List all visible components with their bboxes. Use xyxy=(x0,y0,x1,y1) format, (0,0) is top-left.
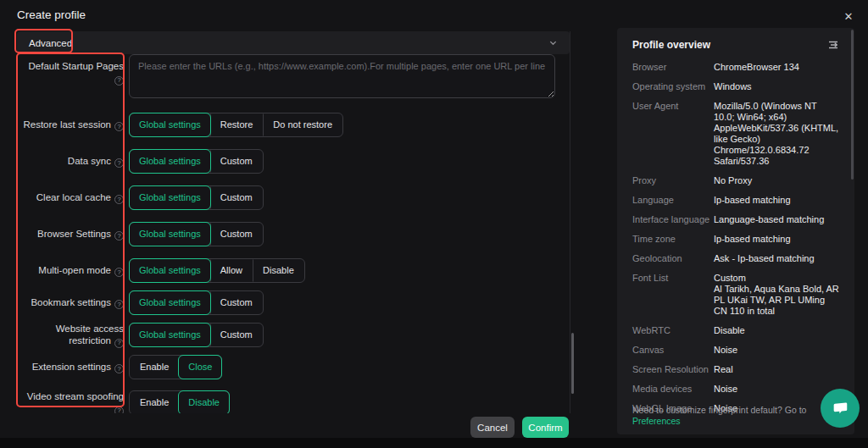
option-custom[interactable]: Custom xyxy=(210,186,263,209)
panel-title: Profile overview xyxy=(632,39,710,51)
overview-value: Windows xyxy=(714,81,839,92)
option-global-settings[interactable]: Global settings xyxy=(129,323,211,347)
overview-value: CustomAl Tarikh, Aqua Kana Bold, AR PL U… xyxy=(714,273,839,317)
option-disable[interactable]: Disable xyxy=(253,259,304,282)
overview-row: Media devices Noise xyxy=(632,384,839,395)
chevron-down-icon xyxy=(548,38,558,47)
help-icon[interactable]: ? xyxy=(114,300,124,309)
overview-value: Noise xyxy=(714,345,839,356)
overview-label: WebRTC xyxy=(632,325,714,336)
panel-scrollbar-thumb[interactable] xyxy=(851,30,854,180)
option-enable[interactable]: Enable xyxy=(130,356,179,379)
option-close[interactable]: Close xyxy=(178,355,222,379)
website-access-restriction-options: Global settings Custom xyxy=(129,323,264,347)
help-icon[interactable]: ? xyxy=(114,231,124,241)
overview-label: Font List xyxy=(632,273,714,317)
overview-label: Media devices xyxy=(632,384,714,395)
field-label: Data sync? xyxy=(17,155,124,169)
help-icon[interactable]: ? xyxy=(114,364,124,373)
form-scrollbar-thumb[interactable] xyxy=(571,333,574,394)
advanced-form: Default Startup Pages? Restore last sess… xyxy=(17,54,570,413)
option-allow[interactable]: Allow xyxy=(210,259,253,282)
option-restore[interactable]: Restore xyxy=(210,113,264,136)
overview-label: Screen Resolution xyxy=(632,364,714,375)
overview-row: User Agent Mozilla/5.0 (Windows NT 10.0;… xyxy=(632,101,839,167)
overview-row: Geolocation Ask - Ip-based matching xyxy=(632,253,839,264)
option-global-settings[interactable]: Global settings xyxy=(129,185,211,210)
overview-label: Browser xyxy=(632,62,714,73)
option-global-settings[interactable]: Global settings xyxy=(129,149,211,174)
overview-label: Language xyxy=(632,195,714,206)
overview-label: Interface language xyxy=(632,214,714,225)
option-enable[interactable]: Enable xyxy=(130,391,179,413)
overview-label: Operating system xyxy=(632,81,714,92)
field-label: Website access restriction? xyxy=(17,323,124,348)
form-row: Multi-open mode? Global settings Allow D… xyxy=(17,258,570,283)
help-icon[interactable]: ? xyxy=(114,76,124,86)
option-global-settings[interactable]: Global settings xyxy=(129,290,211,315)
overview-value: Ask - Ip-based matching xyxy=(714,253,839,264)
help-icon[interactable]: ? xyxy=(114,158,124,168)
overview-row: Proxy No Proxy xyxy=(632,175,839,186)
field-label: Clear local cache? xyxy=(17,191,124,205)
form-scroll-track xyxy=(570,31,570,413)
fingerprint-note: Need to customize fingerprint default? G… xyxy=(632,405,844,427)
overview-row: WebRTC Disable xyxy=(632,325,839,336)
form-row: Video stream spoofing? Enable Disable xyxy=(17,390,570,413)
field-label: Extension settings? xyxy=(17,361,124,374)
overview-row: Operating system Windows xyxy=(632,81,839,92)
help-icon[interactable]: ? xyxy=(114,339,124,348)
option-custom[interactable]: Custom xyxy=(210,324,263,346)
option-disable[interactable]: Disable xyxy=(178,390,230,413)
extension-settings-options: Enable Close xyxy=(129,355,222,379)
overview-row: Browser ChromeBrowser 134 xyxy=(632,62,839,73)
overview-label: Canvas xyxy=(632,345,714,356)
option-custom[interactable]: Custom xyxy=(210,223,263,246)
chat-fab-button[interactable] xyxy=(821,389,860,428)
field-label: Multi-open mode? xyxy=(17,264,124,278)
overview-row: Time zone Ip-based matching xyxy=(632,234,839,245)
multi-open-mode-options: Global settings Allow Disable xyxy=(129,258,305,283)
profile-overview-panel: Profile overview Browser ChromeBrowser 1… xyxy=(617,28,854,434)
video-stream-spoofing-options: Enable Disable xyxy=(129,390,230,413)
form-row: Bookmark settings? Global settings Custo… xyxy=(17,290,570,315)
help-icon[interactable]: ? xyxy=(114,122,124,131)
advanced-section-label: Advanced xyxy=(29,38,72,48)
option-custom[interactable]: Custom xyxy=(210,150,263,173)
field-label: Restore last session? xyxy=(17,119,124,132)
close-icon[interactable]: ✕ xyxy=(839,7,858,25)
clear-local-cache-options: Global settings Custom xyxy=(129,185,264,210)
option-global-settings[interactable]: Global settings xyxy=(129,258,211,283)
field-label: Browser Settings? xyxy=(17,228,124,241)
field-label: Video stream spoofing? xyxy=(17,390,124,413)
overview-label: Geolocation xyxy=(632,253,714,264)
overview-row: Screen Resolution Real xyxy=(632,364,839,375)
page-title: Create profile xyxy=(17,8,86,21)
preferences-link[interactable]: Preferences xyxy=(632,416,681,426)
form-row: Data sync? Global settings Custom xyxy=(17,149,570,174)
overview-row: Font List CustomAl Tarikh, Aqua Kana Bol… xyxy=(632,273,839,317)
field-label: Bookmark settings? xyxy=(17,296,124,310)
startup-pages-input[interactable] xyxy=(129,54,555,98)
advanced-section-header[interactable]: Advanced xyxy=(17,31,570,54)
collapse-panel-icon[interactable] xyxy=(827,39,839,51)
help-icon[interactable]: ? xyxy=(114,195,124,204)
option-custom[interactable]: Custom xyxy=(210,291,263,314)
confirm-button[interactable]: Confirm xyxy=(522,417,569,438)
option-do-not-restore[interactable]: Do not restore xyxy=(263,113,342,136)
overview-row: Interface language Language-based matchi… xyxy=(632,214,839,225)
overview-label: User Agent xyxy=(632,101,714,167)
overview-row: Language Ip-based matching xyxy=(632,195,839,206)
overview-label: Time zone xyxy=(632,234,714,245)
form-row: Extension settings? Enable Close xyxy=(17,355,570,379)
help-icon[interactable]: ? xyxy=(114,407,124,414)
overview-value: Ip-based matching xyxy=(714,234,839,245)
option-global-settings[interactable]: Global settings xyxy=(129,222,211,246)
bottom-strip xyxy=(0,438,868,448)
help-icon[interactable]: ? xyxy=(114,268,124,277)
cancel-button[interactable]: Cancel xyxy=(470,417,515,438)
overview-value: No Proxy xyxy=(714,175,839,186)
overview-value: Real xyxy=(714,364,839,375)
option-global-settings[interactable]: Global settings xyxy=(129,113,211,137)
field-label: Default Startup Pages? xyxy=(17,54,124,86)
